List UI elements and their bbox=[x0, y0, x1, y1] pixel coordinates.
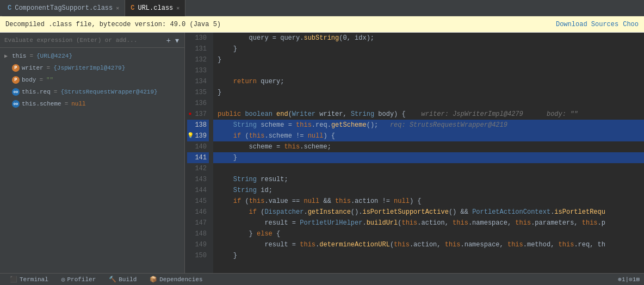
ln-145: 145 bbox=[187, 196, 209, 207]
deps-icon: 📦 bbox=[150, 276, 157, 283]
ln-138: 138 bbox=[187, 120, 209, 131]
code-editor: 130 131 132 133 134 135 136 ●137 138 💡13… bbox=[185, 33, 644, 285]
main-layout: + ▾ ▶ this = {URL@4224} P writer = {JspW… bbox=[0, 33, 644, 285]
var-writer[interactable]: P writer = {JspWriterImpl@4279} bbox=[0, 62, 184, 74]
decompile-info-text: Decompiled .class file, bytecode version… bbox=[5, 21, 556, 28]
code-line-136 bbox=[213, 98, 644, 109]
status-bar-text: ⊕1|⊙1⊞ bbox=[618, 276, 640, 283]
eval-add-button[interactable]: + bbox=[165, 36, 172, 45]
code-line-150: } bbox=[213, 250, 644, 261]
tab-component-label: ComponentTagSupport.class bbox=[15, 4, 113, 12]
var-req-name: this.req bbox=[22, 89, 51, 95]
tab-url[interactable]: C URL.class ✕ bbox=[125, 0, 185, 16]
ln-136: 136 bbox=[187, 98, 209, 109]
profiler-icon: ◎ bbox=[61, 276, 65, 283]
var-req-value: {StrutsRequestWrapper@4219} bbox=[60, 89, 157, 95]
badge-p-writer: P bbox=[12, 64, 20, 72]
var-eq-req: = bbox=[54, 89, 58, 95]
hint-139: 💡 bbox=[187, 131, 193, 141]
ln-146: 146 bbox=[187, 207, 209, 218]
expand-arrow-this: ▶ bbox=[4, 53, 10, 59]
tab-url-close[interactable]: ✕ bbox=[176, 5, 179, 11]
bottom-tab-terminal[interactable]: ⬛ Terminal bbox=[4, 274, 54, 286]
var-writer-value: {JspWriterImpl@4279} bbox=[53, 65, 125, 71]
var-this-value: {URL@4224} bbox=[36, 53, 72, 59]
ln-134: 134 bbox=[187, 76, 209, 87]
code-line-134: return query; bbox=[213, 76, 644, 87]
deps-label: Dependencies bbox=[159, 276, 202, 283]
tab-component-close[interactable]: ✕ bbox=[116, 5, 119, 11]
var-this[interactable]: ▶ this = {URL@4224} bbox=[0, 50, 184, 62]
ln-143: 143 bbox=[187, 174, 209, 185]
bottom-bar: ⬛ Terminal ◎ Profiler 🔨 Build 📦 Dependen… bbox=[0, 273, 644, 285]
code-line-135: } bbox=[213, 87, 644, 98]
bottom-tab-build[interactable]: 🔨 Build bbox=[103, 274, 142, 286]
eval-bar: + ▾ bbox=[0, 33, 184, 48]
badge-p-body: P bbox=[12, 76, 20, 84]
profiler-label: Profiler bbox=[67, 276, 96, 283]
code-content: query = query.subString(0, idx); } } ret… bbox=[213, 33, 644, 285]
terminal-label: Terminal bbox=[20, 276, 48, 283]
ln-149: 149 bbox=[187, 239, 209, 250]
var-scheme-value: null bbox=[71, 101, 85, 107]
bottom-tab-profiler[interactable]: ◎ Profiler bbox=[56, 274, 101, 286]
code-line-140: scheme = this.scheme; bbox=[213, 141, 644, 152]
code-line-148: } else { bbox=[213, 228, 644, 239]
code-line-132: } bbox=[213, 54, 644, 65]
ln-142: 142 bbox=[187, 163, 209, 174]
code-line-141: } bbox=[213, 152, 644, 163]
ln-140: 140 bbox=[187, 141, 209, 152]
var-this-scheme[interactable]: oo this.scheme = null bbox=[0, 98, 184, 110]
ln-150: 150 bbox=[187, 250, 209, 261]
eval-dropdown-button[interactable]: ▾ bbox=[174, 36, 180, 45]
code-line-144: String id; bbox=[213, 185, 644, 196]
code-line-142 bbox=[213, 163, 644, 174]
code-line-133 bbox=[213, 65, 644, 76]
var-eq-scheme: = bbox=[65, 101, 69, 107]
var-writer-name: writer bbox=[22, 65, 44, 71]
build-icon: 🔨 bbox=[109, 276, 116, 283]
var-eq-writer: = bbox=[47, 65, 51, 71]
code-line-146: if (Dispatcher.getInstance().isPortletSu… bbox=[213, 207, 644, 218]
ln-147: 147 bbox=[187, 218, 209, 228]
var-this-name: this bbox=[12, 53, 26, 59]
var-body[interactable]: P body = "" bbox=[0, 74, 184, 86]
variable-list: ▶ this = {URL@4224} P writer = {JspWrite… bbox=[0, 48, 184, 112]
download-sources-link[interactable]: Download Sources bbox=[556, 21, 618, 28]
code-line-138: String scheme = this.req.getScheme(); re… bbox=[213, 120, 644, 131]
code-line-145: if (this.value == null && this.action !=… bbox=[213, 196, 644, 207]
code-line-139: if (this.scheme != null) { bbox=[213, 131, 644, 141]
build-label: Build bbox=[119, 276, 137, 283]
var-eq: = bbox=[29, 53, 33, 59]
code-line-137: public boolean end(Writer writer, String… bbox=[213, 109, 644, 120]
var-eq-body: = bbox=[39, 77, 43, 83]
var-scheme-name: this.scheme bbox=[22, 101, 61, 107]
ln-131: 131 bbox=[187, 44, 209, 54]
tab-c-icon: C bbox=[8, 4, 11, 12]
info-bar: Decompiled .class file, bytecode version… bbox=[0, 16, 644, 33]
code-line-143: String result; bbox=[213, 174, 644, 185]
ln-137: ●137 bbox=[187, 109, 209, 120]
bottom-tab-deps[interactable]: 📦 Dependencies bbox=[144, 274, 208, 286]
badge-oo-req: oo bbox=[12, 88, 20, 96]
tab-u-icon: C bbox=[131, 4, 134, 12]
tab-bar: C ComponentTagSupport.class ✕ C URL.clas… bbox=[0, 0, 644, 16]
code-line-149: result = this.determineActionURL(this.ac… bbox=[213, 239, 644, 250]
code-line-131: } bbox=[213, 44, 644, 54]
choose-label[interactable]: Choo bbox=[623, 21, 639, 28]
badge-oo-scheme: oo bbox=[12, 100, 20, 108]
code-line-147: result = PortletUrlHelper.buildUrl(this.… bbox=[213, 218, 644, 228]
eval-input[interactable] bbox=[4, 37, 163, 44]
var-body-name: body bbox=[22, 77, 36, 83]
debug-panel: + ▾ ▶ this = {URL@4224} P writer = {JspW… bbox=[0, 33, 185, 285]
ln-135: 135 bbox=[187, 87, 209, 98]
ln-130: 130 bbox=[187, 33, 209, 44]
ln-133: 133 bbox=[187, 65, 209, 76]
ln-144: 144 bbox=[187, 185, 209, 196]
var-this-req[interactable]: oo this.req = {StrutsRequestWrapper@4219… bbox=[0, 86, 184, 98]
ln-141: 141 bbox=[187, 152, 209, 163]
terminal-icon: ⬛ bbox=[10, 276, 17, 283]
tab-component-tag[interactable]: C ComponentTagSupport.class ✕ bbox=[2, 0, 125, 16]
ln-132: 132 bbox=[187, 54, 209, 65]
code-panel: 130 131 132 133 134 135 136 ●137 138 💡13… bbox=[185, 33, 644, 285]
